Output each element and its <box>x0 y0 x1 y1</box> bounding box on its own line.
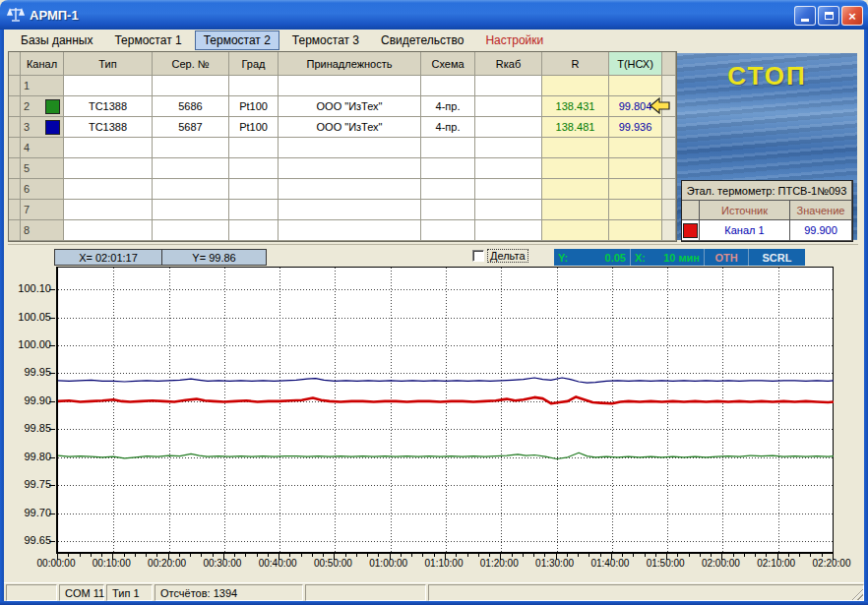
cell-r-value[interactable] <box>542 179 609 200</box>
cell-grad[interactable] <box>229 158 279 179</box>
x-tick-label: 00:40:00 <box>250 558 305 569</box>
cell-scheme[interactable] <box>421 200 475 220</box>
channel-number-cell[interactable]: 7 <box>21 200 64 220</box>
channel-number-cell[interactable]: 1 <box>21 76 64 96</box>
cell-owner[interactable] <box>279 179 421 200</box>
maximize-button[interactable] <box>818 6 839 26</box>
status-bar: COM 11 Тип 1 Отсчётов: 1394 <box>4 582 864 601</box>
cell-scheme[interactable] <box>421 158 475 179</box>
x-tick-label: 00:30:00 <box>195 558 250 569</box>
channel-number-cell[interactable]: 6 <box>21 179 64 200</box>
cell-owner[interactable] <box>279 76 421 96</box>
cell-grad[interactable]: Pt100 <box>229 96 279 117</box>
cell-rkab[interactable] <box>475 220 542 241</box>
cell-serial[interactable] <box>153 158 229 179</box>
cell-rkab[interactable] <box>475 96 542 117</box>
title-bar[interactable]: АРМП-1 × <box>0 0 868 30</box>
cell-grad[interactable] <box>229 179 279 200</box>
cell-r-value[interactable]: 138.481 <box>542 117 609 138</box>
cell-type[interactable] <box>64 179 153 200</box>
minimize-button[interactable] <box>794 6 816 26</box>
cell-serial[interactable] <box>153 220 229 241</box>
cell-r-value[interactable] <box>542 138 609 158</box>
cell-t-value[interactable] <box>609 138 662 158</box>
cell-rkab[interactable] <box>475 138 542 158</box>
cell-scheme[interactable] <box>421 138 475 158</box>
channel-number-cell[interactable]: 4 <box>21 138 64 158</box>
cell-serial[interactable]: 5686 <box>153 96 229 117</box>
window-border-left <box>0 30 4 601</box>
cell-serial[interactable] <box>153 179 229 200</box>
cell-r-value[interactable] <box>542 76 609 96</box>
cell-type[interactable] <box>64 220 153 241</box>
cell-scheme[interactable] <box>421 220 475 241</box>
menu-item-bazy-dannyh[interactable]: Базы данных <box>12 30 101 50</box>
cell-serial[interactable] <box>153 138 229 158</box>
cell-scheme[interactable]: 4-пр. <box>421 96 475 117</box>
cell-type[interactable] <box>64 76 153 96</box>
cell-grad[interactable] <box>229 200 279 220</box>
x-tick-label: 02:10:00 <box>749 558 804 569</box>
menu-item-termostat-3[interactable]: Термостат 3 <box>283 30 368 50</box>
cell-t-value[interactable] <box>609 220 662 241</box>
channel-number-cell[interactable]: 8 <box>21 220 64 241</box>
cell-t-value[interactable] <box>609 76 662 96</box>
x-tick-label: 01:30:00 <box>527 558 583 569</box>
chart-scale-toolbar: Y: 0.05 X: 10 мин ОТН SCRL <box>554 249 805 266</box>
cell-scheme[interactable]: 4-пр. <box>421 117 475 138</box>
cell-rkab[interactable] <box>475 76 542 96</box>
row-strip-cell <box>9 220 21 241</box>
cell-t-value[interactable] <box>609 179 662 200</box>
delta-checkbox[interactable] <box>472 250 484 262</box>
cell-owner[interactable] <box>279 158 421 179</box>
cell-grad[interactable]: Pt100 <box>229 117 279 138</box>
cell-scheme[interactable] <box>421 76 475 96</box>
cell-r-value[interactable] <box>542 158 609 179</box>
cell-type[interactable] <box>64 138 153 158</box>
cell-scheme[interactable] <box>421 179 475 200</box>
cell-rkab[interactable] <box>475 117 542 138</box>
cell-t-value[interactable] <box>609 200 662 220</box>
menu-item-nastroyki[interactable]: Настройки <box>476 30 552 50</box>
channel-number-cell[interactable]: 3 <box>21 117 64 138</box>
cell-serial[interactable]: 5687 <box>153 117 229 138</box>
x-scale-button[interactable]: X: 10 мин <box>630 249 704 266</box>
cell-owner[interactable] <box>279 220 421 241</box>
cell-type[interactable]: ТС1388 <box>64 117 153 138</box>
cell-grad[interactable] <box>229 138 279 158</box>
cell-owner[interactable]: ООО "ИзТех" <box>279 117 421 138</box>
x-tick-label: 02:20:00 <box>804 558 859 569</box>
cell-owner[interactable] <box>279 200 421 220</box>
y-scale-button[interactable]: Y: 0.05 <box>554 249 630 266</box>
cell-owner[interactable] <box>279 138 421 158</box>
channel-number-cell[interactable]: 5 <box>21 158 64 179</box>
menu-item-svidetelstvo[interactable]: Свидетельство <box>372 30 472 50</box>
cell-r-value[interactable] <box>542 220 609 241</box>
x-tick-label: 00:50:00 <box>305 558 360 569</box>
cell-r-value[interactable]: 138.431 <box>542 96 609 117</box>
cell-serial[interactable] <box>153 200 229 220</box>
cell-grad[interactable] <box>229 76 279 96</box>
cell-serial[interactable] <box>153 76 229 96</box>
cell-t-value[interactable] <box>609 158 662 179</box>
cell-type[interactable] <box>64 158 153 179</box>
row-number: 6 <box>24 183 30 195</box>
cell-rkab[interactable] <box>475 179 542 200</box>
cell-grad[interactable] <box>229 220 279 241</box>
cell-rkab[interactable] <box>475 158 542 179</box>
otn-toggle-button[interactable]: ОТН <box>704 249 748 266</box>
menu-item-termostat-1[interactable]: Термостат 1 <box>105 30 190 50</box>
cell-owner[interactable]: ООО "ИзТех" <box>279 96 421 117</box>
cell-t-value[interactable]: 99.936 <box>609 117 662 138</box>
cell-type[interactable]: ТС1388 <box>64 96 153 117</box>
scroll-toggle-button[interactable]: SCRL <box>748 249 805 266</box>
cell-rkab[interactable] <box>475 200 542 220</box>
delta-checkbox-label[interactable]: Дельта <box>488 250 527 262</box>
cell-type[interactable] <box>64 200 153 220</box>
menu-item-termostat-2[interactable]: Термостат 2 <box>195 30 279 50</box>
cell-r-value[interactable] <box>542 200 609 220</box>
plot-area[interactable] <box>56 267 834 554</box>
close-button[interactable]: × <box>841 6 863 26</box>
column-header: R <box>542 52 609 76</box>
channel-number-cell[interactable]: 2 <box>21 96 64 117</box>
